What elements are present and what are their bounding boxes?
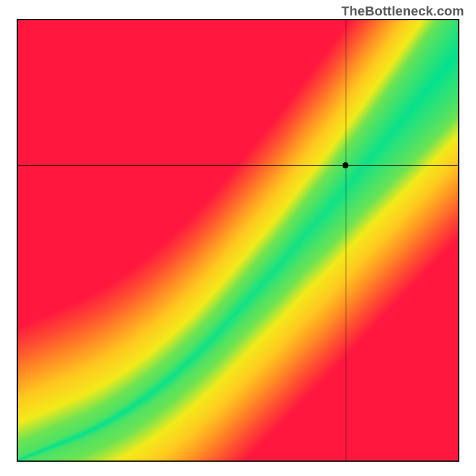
crosshair-overlay	[18, 20, 458, 461]
heatmap-plot	[17, 19, 459, 462]
attribution-label: TheBottleneck.com	[342, 4, 464, 19]
